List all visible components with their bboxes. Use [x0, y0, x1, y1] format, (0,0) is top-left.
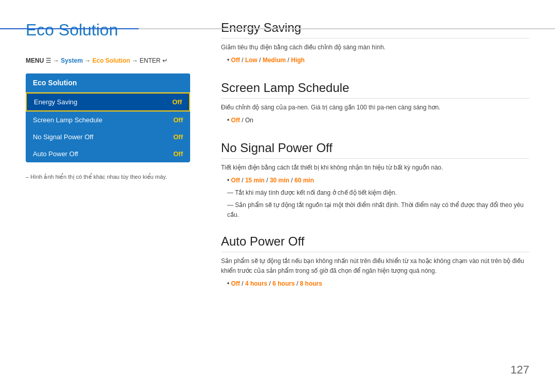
- opt-ns-sep1: /: [240, 177, 245, 184]
- menu-item-energy[interactable]: Energy Saving Off: [26, 92, 190, 111]
- opt-ns-off: Off: [231, 177, 240, 184]
- opt-ap-off: Off: [231, 280, 240, 287]
- menu-item-auto-power[interactable]: Auto Power Off Off: [26, 145, 190, 162]
- opt-sl-off: Off: [231, 117, 240, 124]
- menu-item-no-signal-value: Off: [173, 133, 183, 141]
- opt-ap-sep3: /: [295, 280, 300, 287]
- section-no-signal-title: No Signal Power Off: [221, 141, 529, 159]
- menu-item-screen-lamp-label: Screen Lamp Schedule: [33, 116, 102, 124]
- page-number: 127: [510, 363, 529, 377]
- opt-ap-sep2: /: [267, 280, 272, 287]
- footnote: – Hình ảnh hiển thị có thể khác nhau tùy…: [26, 173, 190, 181]
- opt-ns-sep3: /: [289, 177, 294, 184]
- top-divider: [0, 28, 555, 29]
- section-energy-saving-desc: Giảm tiêu thụ điện bằng cách điều chỉnh …: [221, 43, 529, 52]
- section-screen-lamp-desc: Điều chỉnh độ sáng của pa-nen. Giá trị c…: [221, 103, 529, 113]
- menu-item-screen-lamp-value: Off: [173, 116, 183, 124]
- left-column: Eco Solution MENU ☰ → System → Eco Solut…: [26, 21, 190, 371]
- no-signal-note2: Sản phẩm sẽ tự động tắt nguồn tại một th…: [221, 200, 529, 220]
- opt-ns-30: 30 min: [270, 177, 289, 184]
- section-auto-power: Auto Power Off Sản phẩm sẽ tự động tắt n…: [221, 234, 529, 290]
- menu-path: MENU ☰ → System → Eco Solution → ENTER ↵: [26, 56, 190, 65]
- opt-off: Off: [231, 57, 240, 64]
- opt-ap-4: 4 hours: [245, 280, 267, 287]
- opt-medium: Medium: [263, 57, 286, 64]
- opt-sep2: /: [257, 57, 263, 64]
- menu-prefix: MENU: [26, 57, 46, 64]
- section-no-signal-options: Off / 15 min / 30 min / 60 min: [227, 175, 529, 186]
- opt-sl-sep: / On: [240, 117, 253, 124]
- section-screen-lamp: Screen Lamp Schedule Điều chỉnh độ sáng …: [221, 81, 529, 126]
- section-energy-saving-title: Energy Saving: [221, 21, 529, 39]
- section-screen-lamp-title: Screen Lamp Schedule: [221, 81, 529, 99]
- menu-system: System: [61, 57, 83, 64]
- eco-menu-title: Eco Solution: [26, 73, 190, 92]
- page-title: Eco Solution: [26, 21, 190, 44]
- menu-item-energy-value: Off: [172, 98, 182, 106]
- section-energy-saving-options: Off / Low / Medium / High: [227, 55, 529, 66]
- opt-ap-8: 8 hours: [300, 280, 322, 287]
- menu-icon: ☰: [46, 57, 51, 64]
- menu-item-auto-power-value: Off: [173, 150, 183, 158]
- section-screen-lamp-options: Off / On: [227, 115, 529, 126]
- opt-ap-6: 6 hours: [272, 280, 294, 287]
- section-no-signal-desc: Tiết kiệm điện bằng cách tắt thiết bị kh…: [221, 163, 529, 173]
- opt-ns-sep2: /: [265, 177, 270, 184]
- section-auto-power-desc: Sản phẩm sẽ tự động tắt nếu bạn không nh…: [221, 256, 529, 276]
- right-column: Energy Saving Giảm tiêu thụ điện bằng cá…: [221, 21, 529, 371]
- menu-item-no-signal[interactable]: No Signal Power Off Off: [26, 128, 190, 145]
- opt-ns-60: 60 min: [294, 177, 314, 184]
- menu-arrow2: →: [84, 57, 92, 64]
- section-energy-saving: Energy Saving Giảm tiêu thụ điện bằng cá…: [221, 21, 529, 66]
- section-auto-power-options: Off / 4 hours / 6 hours / 8 hours: [227, 278, 529, 290]
- menu-arrow3: → ENTER ↵: [132, 57, 167, 64]
- menu-arrow1: →: [53, 57, 61, 64]
- opt-sep1: /: [240, 57, 245, 64]
- menu-item-auto-power-label: Auto Power Off: [33, 150, 78, 158]
- section-auto-power-title: Auto Power Off: [221, 234, 529, 252]
- opt-ap-sep1: /: [240, 280, 245, 287]
- eco-menu: Eco Solution Energy Saving Off Screen La…: [26, 73, 190, 162]
- opt-high: High: [291, 57, 305, 64]
- menu-item-energy-label: Energy Saving: [34, 98, 78, 106]
- opt-low: Low: [245, 57, 257, 64]
- opt-sep3: /: [286, 57, 291, 64]
- menu-item-no-signal-label: No Signal Power Off: [33, 133, 94, 141]
- menu-item-screen-lamp[interactable]: Screen Lamp Schedule Off: [26, 111, 190, 128]
- section-no-signal: No Signal Power Off Tiết kiệm điện bằng …: [221, 141, 529, 220]
- opt-ns-15: 15 min: [245, 177, 265, 184]
- menu-eco: Eco Solution: [92, 57, 130, 64]
- no-signal-note1: Tắt khi máy tính được kết nối đang ở chế…: [221, 188, 529, 198]
